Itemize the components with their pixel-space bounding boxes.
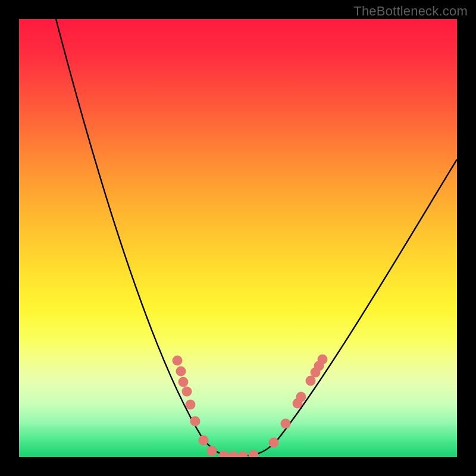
curve-marker <box>281 419 291 429</box>
curve-marker <box>238 452 248 458</box>
curve-marker <box>176 367 186 377</box>
curve-marker <box>318 355 328 365</box>
curve-marker <box>249 450 259 458</box>
curve-marker <box>190 416 201 427</box>
curve-marker <box>186 400 196 410</box>
curve-marker <box>269 438 279 448</box>
curve-marker <box>173 356 183 366</box>
curve-marker <box>207 446 217 456</box>
marker-group <box>173 355 328 458</box>
curve-marker <box>296 392 306 402</box>
chart-frame: TheBottleneck.com <box>0 0 476 476</box>
curve-layer <box>19 19 457 457</box>
curve-marker <box>182 387 192 397</box>
curve-marker <box>219 451 229 458</box>
plot-area <box>19 19 457 457</box>
curve-marker <box>178 377 189 387</box>
curve-marker <box>228 452 239 458</box>
watermark-text: TheBottleneck.com <box>353 4 468 19</box>
bottleneck-curve <box>56 19 457 456</box>
curve-marker <box>199 436 209 446</box>
